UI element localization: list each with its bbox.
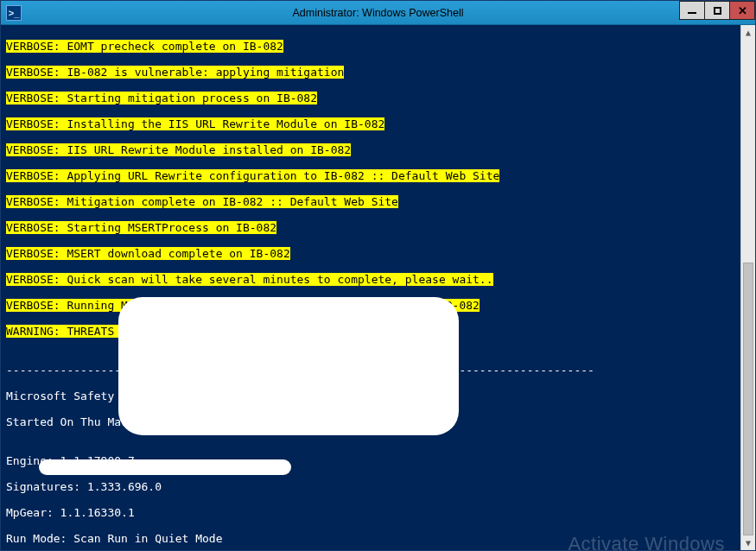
verbose-line: VERBOSE: EOMT precheck complete on IB-08…	[6, 40, 283, 53]
scroll-thumb[interactable]	[743, 263, 753, 535]
verbose-line: VERBOSE: IIS URL Rewrite Module installe…	[6, 143, 351, 156]
titlebar[interactable]: >_ Administrator: Windows PowerShell ✕	[1, 1, 755, 25]
scroll-track[interactable]	[741, 40, 755, 535]
verbose-line: VERBOSE: Starting MSERTProcess on IB-082	[6, 221, 276, 234]
maximize-icon	[714, 7, 721, 15]
minimize-icon	[688, 12, 696, 14]
verbose-line: VERBOSE: Starting mitigation process on …	[6, 92, 317, 104]
maximize-button[interactable]	[704, 1, 730, 20]
redaction-block	[118, 297, 459, 435]
verbose-line: VERBOSE: IB-082 is vulnerable: applying …	[6, 66, 344, 79]
powershell-window: >_ Administrator: Windows PowerShell ✕ V…	[0, 0, 756, 551]
output-line: Run Mode: Scan Run in Quiet Mode	[6, 532, 735, 545]
terminal-output[interactable]: VERBOSE: EOMT precheck complete on IB-08…	[1, 25, 740, 550]
verbose-line: VERBOSE: Installing the IIS URL Rewrite …	[6, 117, 384, 130]
window-title: Administrator: Windows PowerShell	[1, 7, 755, 19]
output-line: MpGear: 1.1.16330.1	[6, 506, 735, 519]
vertical-scrollbar[interactable]: ▲ ▼	[740, 25, 755, 550]
verbose-line: VERBOSE: Applying URL Rewrite configurat…	[6, 169, 499, 182]
client-area: VERBOSE: EOMT precheck complete on IB-08…	[1, 25, 755, 550]
window-controls: ✕	[680, 1, 755, 20]
redaction-block	[39, 459, 291, 475]
close-icon: ✕	[738, 4, 747, 17]
verbose-line: VERBOSE: Quick scan will take several mi…	[6, 273, 493, 286]
scroll-up-button[interactable]: ▲	[741, 25, 755, 40]
verbose-line: VERBOSE: Mitigation complete on IB-082 :…	[6, 195, 398, 208]
verbose-line: VERBOSE: MSERT download complete on IB-0…	[6, 247, 290, 260]
close-button[interactable]: ✕	[729, 1, 755, 20]
minimize-button[interactable]	[679, 1, 705, 20]
output-line: Signatures: 1.333.696.0	[6, 480, 735, 493]
powershell-icon: >_	[6, 5, 22, 21]
scroll-down-button[interactable]: ▼	[741, 535, 755, 550]
